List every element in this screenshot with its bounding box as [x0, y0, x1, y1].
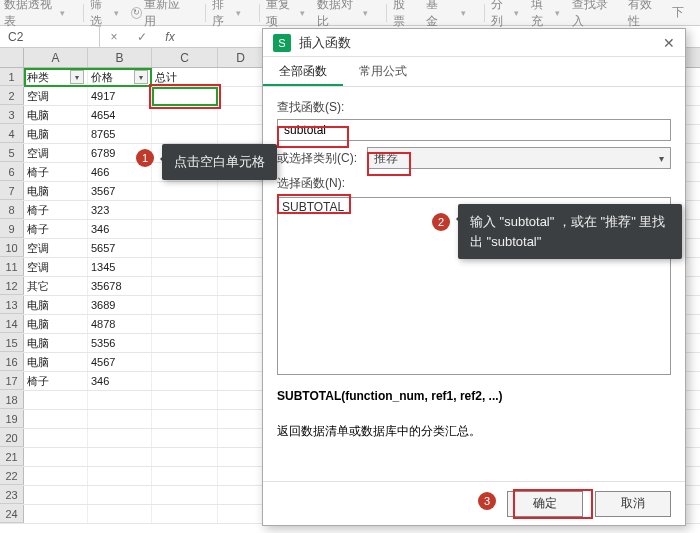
- cell[interactable]: 4654: [88, 106, 152, 124]
- cell[interactable]: 空调: [24, 87, 88, 105]
- insert-function-dialog: S 插入函数 ✕ 全部函数 常用公式 查找函数(S): 或选择类别(C): 推荐…: [262, 28, 686, 526]
- search-input[interactable]: [277, 119, 671, 141]
- ok-button[interactable]: 确定: [507, 491, 583, 517]
- ribbon-fund[interactable]: 基金: [426, 0, 448, 30]
- category-select[interactable]: 推荐: [367, 147, 671, 169]
- ribbon-more[interactable]: [460, 8, 466, 18]
- cell[interactable]: 电脑: [24, 296, 88, 314]
- cell[interactable]: 346: [88, 220, 152, 238]
- cell[interactable]: 电脑: [24, 106, 88, 124]
- cell[interactable]: 3567: [88, 182, 152, 200]
- ribbon-findinput[interactable]: 查找录入: [572, 0, 615, 30]
- cell[interactable]: 4878: [88, 315, 152, 333]
- ribbon-remdup[interactable]: 重复项: [266, 0, 306, 30]
- ribbon-reapply[interactable]: ↻重新应用: [131, 0, 187, 30]
- cancel-edit-icon[interactable]: ×: [100, 30, 128, 44]
- cell[interactable]: 8765: [88, 125, 152, 143]
- cell[interactable]: 电脑: [24, 182, 88, 200]
- cell[interactable]: 空调: [24, 239, 88, 257]
- annotation-tip-2: 输入 "subtotal" ，或在 "推荐" 里找出 "subtotal": [458, 204, 682, 259]
- close-icon[interactable]: ✕: [663, 35, 675, 51]
- tab-common[interactable]: 常用公式: [343, 57, 423, 86]
- cell[interactable]: 4917: [88, 87, 152, 105]
- annotation-badge-2: 2: [432, 213, 450, 231]
- cell[interactable]: 4567: [88, 353, 152, 371]
- header-cell-c[interactable]: 总计: [152, 68, 218, 86]
- cell[interactable]: 椅子: [24, 220, 88, 238]
- annotation-tip-1: 点击空白单元格: [162, 144, 277, 180]
- cell[interactable]: 1345: [88, 258, 152, 276]
- ribbon-split[interactable]: 分列: [491, 0, 520, 30]
- annotation-badge-1: 1: [136, 149, 154, 167]
- cell[interactable]: 其它: [24, 277, 88, 295]
- selectfn-label: 选择函数(N):: [277, 175, 671, 192]
- col-head-d[interactable]: D: [218, 48, 264, 67]
- search-label: 查找函数(S):: [277, 99, 671, 116]
- cell[interactable]: 空调: [24, 144, 88, 162]
- cell[interactable]: 椅子: [24, 163, 88, 181]
- selected-cell: [152, 87, 218, 106]
- cell[interactable]: 电脑: [24, 353, 88, 371]
- filter-icon[interactable]: ▾: [70, 70, 84, 84]
- cell[interactable]: 椅子: [24, 201, 88, 219]
- cell[interactable]: 电脑: [24, 334, 88, 352]
- cell[interactable]: 323: [88, 201, 152, 219]
- category-label: 或选择类别(C):: [277, 150, 357, 167]
- cell[interactable]: 5356: [88, 334, 152, 352]
- cell[interactable]: 电脑: [24, 315, 88, 333]
- ribbon-datacomp[interactable]: 数据对比: [317, 0, 367, 30]
- function-description: 返回数据清单或数据库中的分类汇总。: [277, 423, 671, 440]
- cell[interactable]: 椅子: [24, 372, 88, 390]
- ribbon-stock[interactable]: 股票: [393, 0, 415, 30]
- dialog-title: 插入函数: [299, 34, 663, 52]
- header-cell-b[interactable]: 价格▾: [88, 68, 152, 86]
- col-head-c[interactable]: C: [152, 48, 218, 67]
- col-head-a[interactable]: A: [24, 48, 88, 67]
- ribbon-sort[interactable]: 排序: [212, 0, 241, 30]
- accept-edit-icon[interactable]: ✓: [128, 30, 156, 44]
- cell[interactable]: 3689: [88, 296, 152, 314]
- ribbon-toolbar: 数据透视表 筛选 ↻重新应用 排序 重复项 数据对比 股票 基金 分列 填充 查…: [0, 0, 700, 26]
- dialog-app-icon: S: [273, 34, 291, 52]
- cell[interactable]: 空调: [24, 258, 88, 276]
- cell[interactable]: 346: [88, 372, 152, 390]
- tab-all-functions[interactable]: 全部函数: [263, 57, 343, 86]
- cell[interactable]: 5657: [88, 239, 152, 257]
- header-cell-a[interactable]: 种类▾: [24, 68, 88, 86]
- cancel-button[interactable]: 取消: [595, 491, 671, 517]
- ribbon-valid[interactable]: 有效性: [628, 0, 660, 30]
- ribbon-dropdown[interactable]: 下: [672, 4, 684, 21]
- name-box[interactable]: C2: [0, 26, 100, 47]
- col-head-b[interactable]: B: [88, 48, 152, 67]
- fx-icon[interactable]: fx: [156, 30, 184, 44]
- filter-icon[interactable]: ▾: [134, 70, 148, 84]
- ribbon-fill[interactable]: 填充: [531, 0, 560, 30]
- cell[interactable]: 35678: [88, 277, 152, 295]
- annotation-badge-3: 3: [478, 492, 496, 510]
- function-signature: SUBTOTAL(function_num, ref1, ref2, ...): [277, 389, 503, 403]
- dialog-tabs: 全部函数 常用公式: [263, 57, 685, 87]
- cell[interactable]: 电脑: [24, 125, 88, 143]
